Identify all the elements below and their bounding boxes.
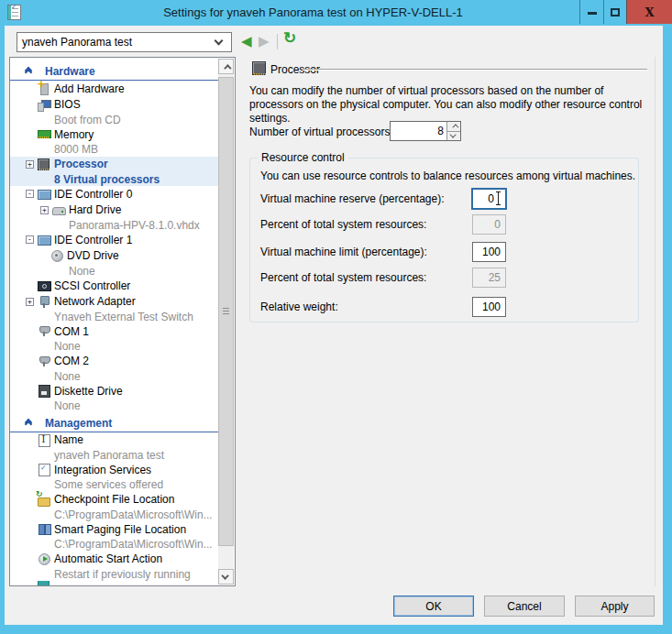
apply-button[interactable]: Apply — [575, 596, 655, 617]
bios-icon — [38, 99, 50, 111]
expander-icon[interactable]: - — [26, 190, 34, 198]
sidebar-item-clipped — [10, 581, 218, 586]
vp-count-input[interactable] — [391, 122, 446, 140]
minimize-button[interactable] — [579, 0, 603, 24]
sidebar-item-sublabel: Panorama-HPV-8.1.0.vhdx — [10, 218, 218, 232]
sidebar-item-ide-controller-0[interactable]: - IDE Controller 0 — [10, 186, 218, 202]
sidebar-item-label: Smart Paging File Location — [54, 523, 186, 536]
dvd-drive-icon — [50, 250, 63, 262]
sidebar-item-sublabel: None — [10, 340, 218, 354]
autostart-icon — [38, 553, 50, 565]
text-cursor-icon — [498, 191, 499, 205]
sidebar-item-ide-controller-1[interactable]: - IDE Controller 1 — [10, 232, 218, 248]
sidebar-item-label: Name — [54, 433, 83, 446]
sidebar-item-scsi-controller[interactable]: SCSI Controller — [10, 278, 218, 294]
sidebar-item-label: Processor — [54, 158, 108, 170]
section-label: Management — [45, 417, 112, 430]
settings-tree: Hardware Add Hardware BIOS Boot from CD … — [9, 57, 236, 586]
smart-paging-icon — [38, 523, 50, 535]
limit-percent-input — [472, 268, 506, 288]
expander-icon[interactable]: + — [40, 206, 49, 214]
chevron-up-icon — [224, 64, 231, 71]
sidebar-item-checkpoint-file-location[interactable]: Checkpoint File Location — [10, 492, 218, 508]
app-icon — [7, 5, 21, 20]
sidebar-item-label: SCSI Controller — [54, 279, 130, 292]
integration-services-icon — [38, 464, 50, 476]
expander-icon[interactable]: - — [26, 235, 34, 244]
sidebar-item-label: Memory — [54, 128, 94, 141]
memory-icon — [38, 128, 50, 140]
cancel-button[interactable]: Cancel — [484, 596, 565, 617]
sidebar-item-sublabel: C:\ProgramData\Microsoft\Win... — [10, 508, 218, 521]
sidebar-item-com-1[interactable]: COM 1 — [10, 323, 218, 340]
relative-weight-input[interactable] — [472, 297, 506, 317]
spin-up-button[interactable] — [447, 122, 460, 132]
minimize-icon — [588, 12, 597, 15]
sidebar-item-label: Diskette Drive — [54, 385, 123, 398]
resource-control-groupbox: Resource control You can use resource co… — [249, 158, 639, 322]
sidebar-item-sublabel: None — [10, 399, 218, 413]
sidebar-scrollbar[interactable] — [218, 59, 234, 585]
expander-icon[interactable]: + — [26, 160, 34, 169]
chevron-down-icon — [215, 37, 224, 46]
refresh-button[interactable]: ↻ — [283, 30, 296, 47]
vm-reserve-label: Virtual machine reserve (percentage): — [260, 192, 445, 205]
sidebar-item-com-2[interactable]: COM 2 — [10, 354, 218, 370]
processor-icon — [38, 158, 50, 170]
sidebar-item-automatic-start-action[interactable]: Automatic Start Action — [10, 552, 218, 568]
sidebar-item-add-hardware[interactable]: Add Hardware — [10, 81, 218, 97]
vm-reserve-input[interactable] — [472, 189, 506, 209]
sidebar-item-label: IDE Controller 0 — [54, 188, 132, 201]
sidebar-item-name[interactable]: Name — [10, 432, 218, 449]
sidebar-item-label: Checkpoint File Location — [54, 493, 174, 506]
expander-icon[interactable]: + — [26, 298, 34, 306]
limit-percent-label: Percent of total system resources: — [260, 271, 426, 284]
ide-controller-icon — [38, 188, 50, 200]
sidebar-item-integration-services[interactable]: Integration Services — [10, 462, 218, 478]
sidebar-section-management[interactable]: Management — [10, 415, 218, 432]
titlebar[interactable]: Settings for ynaveh Panorama test on HYP… — [0, 0, 672, 26]
vm-selector-combobox[interactable]: ynaveh Panorama test — [17, 32, 232, 52]
reserve-percent-input — [472, 214, 506, 235]
processor-chip-icon — [252, 61, 266, 75]
sidebar-item-dvd-drive[interactable]: DVD Drive — [10, 248, 218, 265]
sidebar-item-sublabel: ynaveh Panorama test — [10, 448, 218, 462]
stepper-buttons — [446, 122, 460, 140]
section-divider — [303, 69, 647, 70]
groupbox-title: Resource control — [258, 151, 348, 164]
sidebar-item-label: Network Adapter — [54, 295, 136, 308]
panel-edge-line — [655, 57, 655, 586]
maximize-icon — [611, 8, 620, 16]
back-button[interactable]: ◀ — [241, 33, 252, 49]
maximize-button[interactable] — [603, 0, 626, 24]
vm-limit-input[interactable] — [472, 242, 506, 262]
sidebar-item-processor[interactable]: + Processor — [10, 157, 218, 173]
spin-down-button[interactable] — [447, 132, 460, 141]
chevron-down-icon — [449, 131, 456, 137]
add-hardware-icon — [38, 82, 50, 94]
reserve-percent-label: Percent of total system resources: — [260, 218, 426, 231]
vp-count-stepper[interactable] — [390, 121, 461, 141]
sidebar-item-memory[interactable]: Memory — [10, 126, 218, 143]
sidebar-item-network-adapter[interactable]: + Network Adapter — [10, 294, 218, 311]
vm-reserve-field-wrap — [472, 189, 506, 209]
ok-button[interactable]: OK — [393, 596, 474, 617]
section-title: Processor — [270, 63, 320, 76]
sidebar-item-bios[interactable]: BIOS — [10, 97, 218, 114]
sidebar-item-sublabel: None — [10, 264, 218, 278]
sidebar-item-hard-drive[interactable]: + Hard Drive — [10, 202, 218, 219]
diskette-drive-icon — [38, 385, 50, 397]
forward-button: ▶ — [259, 33, 270, 49]
scrollbar-thumb[interactable] — [218, 77, 234, 546]
close-button[interactable]: X — [626, 0, 672, 24]
sidebar-item-sublabel: 8000 MB — [10, 143, 218, 157]
scroll-down-button[interactable] — [218, 569, 234, 585]
sidebar-item-label: Integration Services — [54, 464, 151, 476]
sidebar-item-label: IDE Controller 1 — [54, 234, 132, 246]
sidebar-item-label: Automatic Start Action — [54, 552, 162, 565]
stop-action-icon — [38, 581, 50, 586]
sidebar-item-smart-paging-file-location[interactable]: Smart Paging File Location — [10, 521, 218, 538]
sidebar-item-sublabel: Boot from CD — [10, 113, 218, 126]
scroll-up-button[interactable] — [218, 59, 234, 74]
sidebar-item-diskette-drive[interactable]: Diskette Drive — [10, 383, 218, 399]
